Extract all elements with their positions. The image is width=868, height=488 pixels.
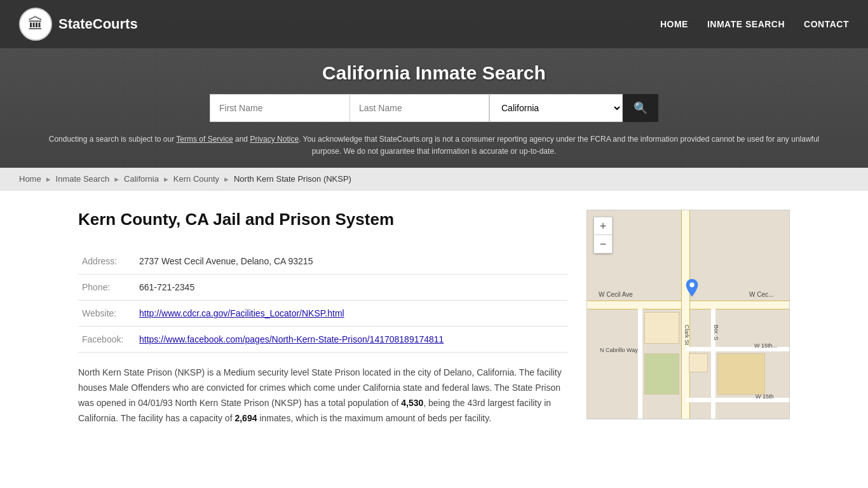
- road-cabrillo: [638, 309, 642, 419]
- tos-link[interactable]: Terms of Service: [176, 135, 233, 144]
- logo-icon: 🏛: [19, 8, 52, 41]
- breadcrumb-california[interactable]: California: [124, 174, 159, 184]
- facebook-row: Facebook: https://www.facebook.com/pages…: [78, 327, 567, 353]
- population-value: 4,530: [401, 398, 423, 408]
- facebook-label: Facebook:: [78, 327, 135, 353]
- map-pin[interactable]: [686, 279, 698, 297]
- map-block-4: [689, 353, 708, 372]
- map-container: W Cecil Ave W Cec... Clark St Bor. S N C…: [587, 210, 790, 419]
- last-name-input[interactable]: [349, 94, 489, 122]
- breadcrumb-sep-2: ►: [113, 175, 120, 183]
- description-part3: inmates, which is the maximum amount of …: [257, 413, 491, 423]
- map-block-3: [644, 353, 679, 395]
- map-zoom-controls: + −: [593, 217, 613, 254]
- breadcrumb: Home ► Inmate Search ► California ► Kern…: [0, 168, 868, 191]
- road-w-15th-2: [686, 398, 790, 402]
- nav-links: HOME INMATE SEARCH CONTACT: [660, 19, 849, 29]
- search-icon: 🔍: [634, 101, 648, 115]
- breadcrumb-current: North Kern State Prison (NKSP): [234, 174, 351, 184]
- website-label: Website:: [78, 301, 135, 327]
- breadcrumb-inmate-search[interactable]: Inmate Search: [56, 174, 110, 184]
- label-cabrillo: N Cabrillo Way: [600, 347, 638, 353]
- label-w-cecil: W Cecil Ave: [599, 291, 633, 298]
- navbar: 🏛 StateCourts HOME INMATE SEARCH CONTACT: [0, 0, 868, 48]
- map-block-2: [717, 353, 765, 395]
- page-heading: Kern County, CA Jail and Prison System: [78, 210, 567, 229]
- first-name-input[interactable]: [210, 94, 349, 122]
- main-content: Kern County, CA Jail and Prison System A…: [53, 191, 815, 488]
- facility-description: North Kern State Prison (NKSP) is a Medi…: [78, 365, 567, 426]
- hero-title: California Inmate Search: [0, 48, 868, 94]
- breadcrumb-sep-3: ►: [163, 175, 170, 183]
- zoom-out-button[interactable]: −: [594, 235, 612, 253]
- breadcrumb-sep-1: ►: [45, 175, 52, 183]
- website-link[interactable]: http://www.cdcr.ca.gov/Facilities_Locato…: [139, 308, 344, 318]
- privacy-link[interactable]: Privacy Notice: [250, 135, 299, 144]
- breadcrumb-home[interactable]: Home: [19, 174, 41, 184]
- website-value: http://www.cdcr.ca.gov/Facilities_Locato…: [135, 301, 567, 327]
- label-borel-st: Bor. S: [713, 325, 719, 341]
- state-select[interactable]: Select State AlabamaAlaskaArizona Arkans…: [489, 94, 623, 122]
- logo-text: StateCourts: [58, 16, 138, 32]
- header: 🏛 StateCourts HOME INMATE SEARCH CONTACT…: [0, 0, 868, 168]
- nav-inmate-search[interactable]: INMATE SEARCH: [707, 19, 785, 29]
- map-block-1: [644, 312, 679, 344]
- search-button[interactable]: 🔍: [623, 94, 658, 122]
- address-row: Address: 2737 West Cecil Avenue, Delano,…: [78, 248, 567, 274]
- address-label: Address:: [78, 248, 135, 274]
- zoom-in-button[interactable]: +: [594, 217, 612, 235]
- label-clark-st: Clark St: [684, 325, 690, 345]
- phone-label: Phone:: [78, 274, 135, 301]
- facebook-link[interactable]: https://www.facebook.com/pages/North-Ker…: [139, 334, 444, 344]
- disclaimer-text: Conducting a search is subject to our Te…: [0, 131, 868, 168]
- label-w-cec-right: W Cec...: [749, 291, 773, 298]
- road-clark-st: [681, 210, 690, 419]
- phone-value: 661-721-2345: [135, 274, 567, 301]
- capacity-value: 2,694: [234, 413, 257, 423]
- svg-point-0: [689, 283, 694, 287]
- facility-info-table: Address: 2737 West Cecil Avenue, Delano,…: [78, 248, 567, 353]
- map-area: W Cecil Ave W Cec... Clark St Bor. S N C…: [587, 210, 790, 470]
- search-bar: Select State AlabamaAlaskaArizona Arkans…: [0, 94, 868, 131]
- label-w-15th-right: W 15th...: [754, 342, 777, 349]
- website-row: Website: http://www.cdcr.ca.gov/Faciliti…: [78, 301, 567, 327]
- nav-home[interactable]: HOME: [660, 19, 688, 29]
- facebook-value: https://www.facebook.com/pages/North-Ker…: [135, 327, 567, 353]
- phone-row: Phone: 661-721-2345: [78, 274, 567, 301]
- breadcrumb-kern-county[interactable]: Kern County: [173, 174, 219, 184]
- content-area: Kern County, CA Jail and Prison System A…: [78, 210, 567, 470]
- breadcrumb-sep-4: ►: [223, 175, 230, 183]
- header-content: 🏛 StateCourts HOME INMATE SEARCH CONTACT…: [0, 0, 868, 168]
- address-value: 2737 West Cecil Avenue, Delano, CA 93215: [135, 248, 567, 274]
- nav-contact[interactable]: CONTACT: [804, 19, 849, 29]
- logo-link[interactable]: 🏛 StateCourts: [19, 8, 138, 41]
